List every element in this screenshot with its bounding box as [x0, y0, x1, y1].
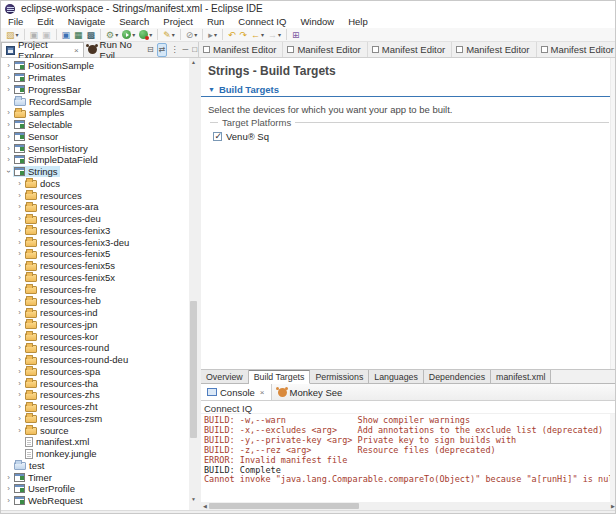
chevron-collapsed-icon[interactable]: › [4, 61, 13, 70]
form-scrollbar[interactable] [610, 58, 616, 369]
tree-item-content[interactable]: source [24, 425, 71, 436]
tree-item-content[interactable]: resources-round [24, 342, 111, 353]
tree-item[interactable]: ›SimpleDataField [1, 154, 189, 166]
chevron-collapsed-icon[interactable]: › [15, 238, 24, 247]
tree-item-content[interactable]: resources-zsm [24, 413, 104, 424]
next-annotation-button[interactable]: ▸▾ [207, 28, 218, 41]
console-scrollbar[interactable] [610, 414, 616, 502]
tree-item-content[interactable]: test [13, 460, 46, 471]
section-collapse-icon[interactable]: ▼ [208, 86, 215, 93]
tree-item-content[interactable]: resources-fenix5s [24, 260, 117, 271]
tree-item-content[interactable]: UserProfile [13, 483, 77, 494]
chevron-collapsed-icon[interactable]: › [15, 226, 24, 235]
tree-item-content[interactable]: resources-ara [24, 201, 101, 212]
console-hscrollbar[interactable]: ◀ ▶ [201, 502, 616, 510]
tree-item-content[interactable]: resources-spa [24, 366, 102, 377]
close-icon[interactable]: × [74, 46, 79, 55]
tree-item-content[interactable]: RecordSample [13, 96, 94, 107]
manifest-tab-dependencies[interactable]: Dependencies [424, 370, 491, 384]
chevron-collapsed-icon[interactable]: › [4, 120, 13, 129]
manifest-tab-manifest-xml[interactable]: manifest.xml [491, 370, 551, 384]
chevron-collapsed-icon[interactable]: › [15, 367, 24, 376]
chevron-collapsed-icon[interactable]: › [15, 332, 24, 341]
chevron-down-icon[interactable]: ▾ [16, 31, 19, 38]
manifest-tab-languages[interactable]: Languages [369, 370, 424, 384]
menu-file[interactable]: File [1, 16, 30, 28]
chevron-collapsed-icon[interactable]: › [15, 390, 24, 399]
chevron-collapsed-icon[interactable]: › [4, 144, 13, 153]
tree-item[interactable]: ›Timer [1, 471, 189, 483]
manifest-tab-permissions[interactable]: Permissions [310, 370, 369, 384]
chevron-collapsed-icon[interactable]: › [4, 473, 13, 482]
tree-item-content[interactable]: resources-zhs [24, 389, 102, 400]
tree-item-content[interactable]: SimpleDataField [13, 154, 100, 165]
tree-item[interactable]: ›resources-ind [1, 307, 189, 319]
tree-scrollbar[interactable]: ▲ ▼ [189, 58, 198, 510]
manifest-tab-overview[interactable]: Overview [201, 370, 249, 384]
package-button[interactable]: ▩ [86, 28, 97, 41]
tree-item-content[interactable]: WebRequest [13, 495, 85, 506]
chevron-collapsed-icon[interactable]: › [15, 249, 24, 258]
tree-item[interactable]: ›resources-round-deu [1, 354, 189, 366]
tree-item[interactable]: ›resources [1, 189, 189, 201]
editor-tab-manifest-3[interactable]: Manifest Editor [368, 42, 452, 57]
tree-item-content[interactable]: resources-ind [24, 307, 100, 318]
tree-item-content[interactable]: SensorHistory [13, 143, 90, 154]
tree-item[interactable]: ›resources-jpn [1, 319, 189, 331]
chevron-collapsed-icon[interactable]: › [4, 108, 13, 117]
target-platform-row[interactable]: Venu® Sq [213, 131, 269, 142]
tree-item[interactable]: ›ProgressBar [1, 84, 189, 96]
view-menu-icon[interactable]: ⋮ [169, 44, 179, 56]
tree-item-content[interactable]: manifest.xml [24, 436, 91, 447]
tree-item-content[interactable]: docs [24, 178, 62, 189]
tree-item-content[interactable]: resources-round-deu [24, 354, 130, 365]
chevron-collapsed-icon[interactable]: › [15, 320, 24, 329]
menu-search[interactable]: Search [112, 16, 156, 28]
link-with-editor-icon[interactable]: ⇄ [157, 43, 168, 57]
tab-monkey-see[interactable]: Monkey See [272, 384, 349, 400]
chevron-down-icon[interactable]: ▾ [115, 31, 118, 38]
tree-item[interactable]: ›resources-fenix5s [1, 260, 189, 272]
wand-button[interactable]: ✎▾ [162, 28, 176, 41]
chevron-down-icon[interactable]: ▾ [278, 31, 281, 38]
chevron-collapsed-icon[interactable]: › [15, 261, 24, 270]
tree-item-content[interactable]: resources-fenix5 [24, 248, 112, 259]
tab-run-no-evil[interactable]: Run No Evil [84, 42, 143, 57]
tree-item[interactable]: ›resources-fenix3 [1, 225, 189, 237]
skip-breakpoints-button[interactable]: ⊘▾ [185, 28, 199, 41]
tree-item[interactable]: ›Primates [1, 72, 189, 84]
external-tools-button[interactable]: ▾ [138, 28, 153, 41]
tree-item[interactable]: ›resources-ara [1, 201, 189, 213]
tree-item-content[interactable]: samples [13, 107, 66, 118]
tree-item[interactable]: ›UserProfile [1, 483, 189, 495]
tree-item[interactable]: ›resources-zhs [1, 389, 189, 401]
tree-item-content[interactable]: resources-fre [24, 284, 98, 295]
menu-connect-iq[interactable]: Connect IQ [231, 16, 293, 28]
tree-item[interactable]: ›resources-kor [1, 330, 189, 342]
collapse-all-icon[interactable]: ⊟ [146, 44, 155, 56]
menu-edit[interactable]: Edit [30, 16, 60, 28]
tree-item-content[interactable]: ProgressBar [13, 84, 83, 95]
tree-item-content[interactable]: resources-kor [24, 331, 100, 342]
tree-item[interactable]: manifest.xml [1, 436, 189, 448]
venu-sq-checkbox[interactable] [213, 132, 222, 141]
tree-item-content[interactable]: resources-jpn [24, 319, 100, 330]
tree-scrollbar-thumb[interactable] [190, 301, 197, 438]
chevron-down-icon[interactable]: ▾ [214, 31, 217, 38]
chevron-collapsed-icon[interactable]: › [15, 296, 24, 305]
tree-item-content[interactable]: Timer [13, 472, 54, 483]
section-build-targets[interactable]: ▼ Build Targets [208, 84, 279, 95]
back-button[interactable]: ←▾ [250, 28, 265, 41]
tree-item-content[interactable]: Strings [13, 166, 60, 177]
tree-item[interactable]: ›resources-fenix5 [1, 248, 189, 260]
chevron-collapsed-icon[interactable]: › [15, 426, 24, 435]
next-edit-location-button[interactable]: ↷ [238, 28, 248, 41]
tree-item[interactable]: ›resources-fenix3-deu [1, 236, 189, 248]
menu-navigate[interactable]: Navigate [61, 16, 113, 28]
chevron-collapsed-icon[interactable]: › [15, 214, 24, 223]
tab-console[interactable]: Console × [201, 384, 272, 400]
menu-project[interactable]: Project [156, 16, 200, 28]
chevron-collapsed-icon[interactable]: › [15, 402, 24, 411]
menu-help[interactable]: Help [341, 16, 375, 28]
forward-button[interactable]: →▾ [267, 28, 282, 41]
